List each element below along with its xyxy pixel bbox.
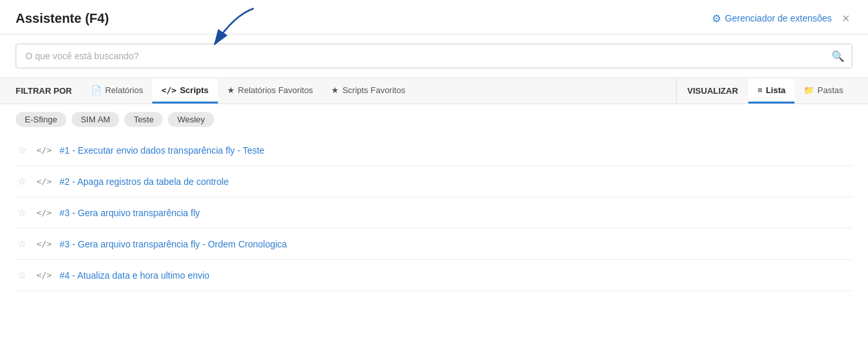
list-item: ☆ </> #1 - Executar envio dados transpar… <box>16 135 852 166</box>
item-link-3a[interactable]: #3 - Gera arquivo transparência fly <box>59 208 200 218</box>
filter-label: FILTRAR POR <box>16 78 82 104</box>
star-relatorios-icon: ★ <box>227 85 235 95</box>
item-link-4[interactable]: #4 - Atualiza data e hora ultimo envio <box>59 270 209 281</box>
header-right: ⚙ Gerenciador de extensões × <box>712 10 852 26</box>
view-label: VISUALIZAR <box>677 78 748 104</box>
tag-e-sfinge[interactable]: E-Sfinge <box>16 112 66 127</box>
star-icon[interactable]: ☆ <box>16 238 29 250</box>
star-icon[interactable]: ☆ <box>16 206 29 219</box>
script-tag-icon: </> <box>36 145 51 155</box>
header: Assistente (F4) ⚙ Gerenciador de extensõ… <box>0 0 868 35</box>
tab-relatorios-label: Relatórios <box>105 85 143 95</box>
tab-lista-label: Lista <box>766 85 785 95</box>
pastas-icon: 📁 <box>804 85 814 95</box>
gear-icon: ⚙ <box>712 12 721 25</box>
search-input[interactable] <box>16 44 852 68</box>
tag-sim-am[interactable]: SIM AM <box>72 112 120 127</box>
tab-lista[interactable]: ≡ Lista <box>748 79 794 104</box>
list-item: ☆ </> #3 - Gera arquivo transparência fl… <box>16 229 852 260</box>
tab-pastas-label: Pastas <box>817 85 843 95</box>
item-link-2[interactable]: #2 - Apaga registros da tabela de contro… <box>59 176 228 187</box>
tags-row: E-Sfinge SIM AM Teste Wesley <box>0 104 868 135</box>
tag-wesley[interactable]: Wesley <box>168 112 213 127</box>
search-container: 🔍 <box>0 35 868 77</box>
tag-teste[interactable]: Teste <box>124 112 163 127</box>
tab-relatorios[interactable]: 📄 Relatórios <box>82 79 152 104</box>
extensions-link[interactable]: ⚙ Gerenciador de extensões <box>712 12 832 25</box>
tab-scripts-favoritos-label: Scripts Favoritos <box>342 85 405 95</box>
filter-bar: FILTRAR POR 📄 Relatórios </> Scripts ★ R… <box>0 77 868 104</box>
star-scripts-icon: ★ <box>331 85 339 95</box>
view-tabs: ≡ Lista 📁 Pastas <box>748 79 852 104</box>
scripts-icon: </> <box>161 85 176 95</box>
script-tag-icon: </> <box>36 270 51 280</box>
page-title: Assistente (F4) <box>16 11 109 26</box>
tab-relatorios-favoritos[interactable]: ★ Relatórios Favoritos <box>218 79 323 104</box>
item-link-3b[interactable]: #3 - Gera arquivo transparência fly - Or… <box>59 239 286 249</box>
filter-tabs: 📄 Relatórios </> Scripts ★ Relatórios Fa… <box>82 79 677 104</box>
tab-relatorios-favoritos-label: Relatórios Favoritos <box>238 85 314 95</box>
item-link-1[interactable]: #1 - Executar envio dados transparência … <box>59 145 264 156</box>
search-icon: 🔍 <box>832 51 845 62</box>
list-item: ☆ </> #4 - Atualiza data e hora ultimo e… <box>16 260 852 291</box>
list-item: ☆ </> #2 - Apaga registros da tabela de … <box>16 166 852 197</box>
script-tag-icon: </> <box>36 239 51 249</box>
tab-scripts[interactable]: </> Scripts <box>152 79 218 104</box>
star-icon[interactable]: ☆ <box>16 269 29 281</box>
close-button[interactable]: × <box>839 10 852 26</box>
lista-icon: ≡ <box>757 85 763 95</box>
star-icon[interactable]: ☆ <box>16 175 29 188</box>
search-button[interactable]: 🔍 <box>832 50 845 63</box>
script-tag-icon: </> <box>36 176 51 186</box>
list-item: ☆ </> #3 - Gera arquivo transparência fl… <box>16 197 852 229</box>
list-container: ☆ </> #1 - Executar envio dados transpar… <box>0 135 868 291</box>
star-icon[interactable]: ☆ <box>16 144 29 156</box>
tab-pastas[interactable]: 📁 Pastas <box>794 79 852 104</box>
relatorios-icon: 📄 <box>91 85 102 95</box>
script-tag-icon: </> <box>36 208 51 217</box>
extensions-label: Gerenciador de extensões <box>725 13 832 23</box>
tab-scripts-label: Scripts <box>180 85 208 95</box>
tab-scripts-favoritos[interactable]: ★ Scripts Favoritos <box>322 79 414 104</box>
